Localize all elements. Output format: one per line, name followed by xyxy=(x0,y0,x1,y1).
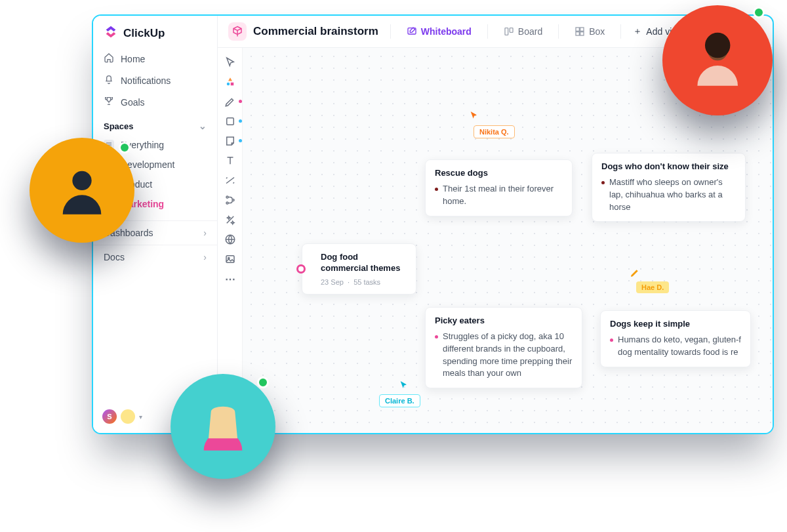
svg-rect-8 xyxy=(230,83,233,86)
view-label: Board xyxy=(518,26,542,37)
connector-icon[interactable] xyxy=(224,174,237,187)
view-whiteboard[interactable]: Whiteboard xyxy=(403,24,475,39)
magic-icon[interactable] xyxy=(224,213,237,226)
clickup-logo-icon xyxy=(104,25,118,41)
nav-goals[interactable]: Goals xyxy=(93,91,217,113)
nav-home[interactable]: Home xyxy=(93,48,217,70)
square-icon[interactable] xyxy=(224,115,237,128)
chevron-right-icon: › xyxy=(203,252,207,262)
trophy-icon xyxy=(104,96,114,108)
svg-rect-9 xyxy=(226,118,233,125)
card-rescue[interactable]: Rescue dogs Their 1st meal in their fore… xyxy=(425,159,573,216)
card-title: Dogs who don't know their size xyxy=(601,161,736,173)
svg-point-10 xyxy=(226,196,228,198)
svg-point-12 xyxy=(232,199,234,201)
view-board[interactable]: Board xyxy=(500,24,546,39)
person-icon xyxy=(194,398,252,455)
nav-notifications[interactable]: Notifications xyxy=(93,70,217,91)
svg-rect-3 xyxy=(576,28,579,31)
svg-point-11 xyxy=(226,202,228,204)
pointer-icon[interactable] xyxy=(224,56,237,69)
section-label: Spaces xyxy=(104,121,134,131)
nav-label: Goals xyxy=(121,97,145,108)
collaborator-avatar-1 xyxy=(30,138,134,243)
card-item: Their 1st meal in their forever home. xyxy=(435,183,563,208)
card-item: Struggles of a picky dog, aka 10 differe… xyxy=(435,331,573,380)
card-item: Humans do keto, vegan, gluten-f dog ment… xyxy=(610,334,741,359)
person-icon xyxy=(53,161,111,219)
card-date: 23 Sep xyxy=(321,278,344,286)
card-item: Mastiff who sleeps on owner's lap, chihu… xyxy=(601,176,736,214)
image-icon[interactable] xyxy=(224,253,237,266)
card-simple[interactable]: Dogs keep it simple Humans do keto, vega… xyxy=(600,310,751,367)
divider xyxy=(487,24,488,39)
user-avatar[interactable] xyxy=(121,409,135,424)
note-icon[interactable] xyxy=(224,134,237,148)
cursor-label-claire: Claire B. xyxy=(379,394,420,407)
svg-point-7 xyxy=(226,83,230,86)
branch-icon[interactable] xyxy=(224,194,237,207)
card-size[interactable]: Dogs who don't know their size Mastiff w… xyxy=(592,153,746,222)
card-title: Picky eaters xyxy=(435,316,573,327)
svg-point-19 xyxy=(705,33,730,58)
svg-rect-5 xyxy=(576,32,579,35)
remote-cursor-hae xyxy=(630,268,640,281)
chevron-down-icon: ⌄ xyxy=(199,121,207,131)
workspace-avatar[interactable] xyxy=(102,409,117,424)
svg-rect-2 xyxy=(510,28,513,33)
svg-rect-14 xyxy=(226,256,234,263)
collaborator-avatar-3 xyxy=(662,5,773,115)
more-icon[interactable]: ⋯ xyxy=(224,272,237,285)
svg-rect-1 xyxy=(505,28,508,35)
card-root[interactable]: Dog food commercial themes 23 Sep · 55 t… xyxy=(302,243,416,295)
divider xyxy=(620,24,621,39)
svg-point-16 xyxy=(72,171,91,190)
cube-icon xyxy=(228,22,247,41)
chevron-right-icon: › xyxy=(203,228,207,238)
globe-icon[interactable] xyxy=(224,233,237,246)
chevron-down-icon[interactable]: ▾ xyxy=(139,413,142,420)
svg-rect-6 xyxy=(580,32,584,35)
nav-docs[interactable]: Docs › xyxy=(93,245,217,269)
spaces-header[interactable]: Spaces ⌄ xyxy=(93,113,217,135)
brand-name: ClickUp xyxy=(123,27,165,40)
nav-label: Home xyxy=(121,54,145,64)
view-box[interactable]: Box xyxy=(571,24,609,39)
collaborator-avatar-2 xyxy=(171,374,275,479)
pen-icon[interactable] xyxy=(224,95,237,108)
title-text: Commercial brainstorm xyxy=(253,25,378,38)
menu-label: Docs xyxy=(104,252,125,262)
divider xyxy=(390,24,391,39)
card-meta: 23 Sep · 55 tasks xyxy=(321,278,404,286)
card-title: Dogs keep it simple xyxy=(610,319,741,330)
svg-rect-4 xyxy=(580,28,584,31)
person-icon xyxy=(687,30,748,91)
plus-icon: ＋ xyxy=(633,26,642,37)
status-online-icon xyxy=(119,142,131,153)
status-online-icon xyxy=(257,377,269,388)
card-picky[interactable]: Picky eaters Struggles of a picky dog, a… xyxy=(425,307,582,388)
brand: ClickUp xyxy=(93,16,217,48)
card-tasks: 55 tasks xyxy=(353,278,380,286)
text-icon[interactable] xyxy=(224,154,237,167)
home-icon xyxy=(104,52,114,65)
remote-cursor-nikita xyxy=(469,110,479,123)
connectors xyxy=(243,48,439,146)
view-label: Box xyxy=(589,26,605,37)
cursor-label-hae: Hae D. xyxy=(636,281,669,293)
node-handle-icon[interactable] xyxy=(296,264,306,274)
card-title: Dog food commercial themes xyxy=(321,252,404,274)
cursor-label-nikita: Nikita Q. xyxy=(474,125,515,138)
bell-icon xyxy=(104,74,114,87)
page-title: Commercial brainstorm xyxy=(228,22,378,41)
nav-label: Notifications xyxy=(121,75,171,86)
remote-cursor-claire xyxy=(399,380,409,393)
divider xyxy=(558,24,559,39)
view-label: Whiteboard xyxy=(421,26,472,37)
status-online-icon xyxy=(753,7,765,18)
shapes-icon[interactable] xyxy=(224,75,237,89)
card-title: Rescue dogs xyxy=(435,168,563,179)
